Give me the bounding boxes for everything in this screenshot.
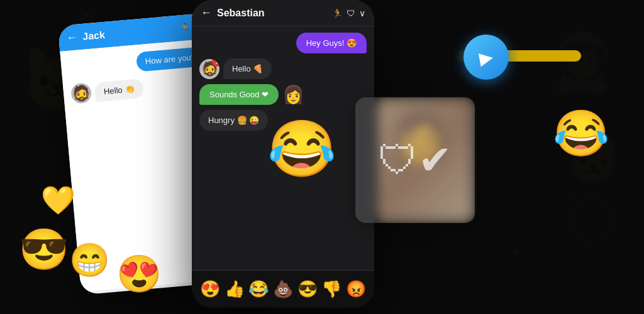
contact-name-front: Sebastian	[217, 8, 327, 19]
shield-header-icon: 🛡	[347, 8, 355, 18]
avatar-woman: 👩	[282, 84, 304, 105]
back-arrow-icon[interactable]: ←	[66, 31, 79, 45]
bubble-hello-front: Hello 🍕	[223, 58, 272, 79]
emoji-react-angry[interactable]: 😡	[346, 279, 366, 299]
emoji-react-thumbsup[interactable]: 👍	[225, 279, 245, 299]
sounds-good-row: Sounds Good ❤ 👩	[199, 84, 367, 105]
svg-line-13	[604, 195, 610, 204]
phone-front-header: ← Sebastian 🏃 🛡 ∨	[192, 0, 374, 26]
send-icon: ▶	[477, 46, 494, 68]
privacy-card-content: 🛡✔	[378, 137, 452, 183]
svg-line-12	[572, 195, 579, 204]
header-icons-front: 🏃 🛡 ∨	[332, 8, 365, 18]
emoji-react-poop[interactable]: 💩	[273, 279, 293, 299]
message-hello-front: 🧔 1 Hello 🍕	[199, 58, 367, 79]
back-arrow-front-icon[interactable]: ←	[201, 6, 212, 19]
emoji-reaction-bar: 😍 👍 😂 💩 😎 👎 😡	[192, 270, 374, 308]
bubble-hello-back: Hello 👏	[94, 78, 145, 102]
emoji-react-cool[interactable]: 😎	[297, 279, 318, 299]
emoji-heart-eyes: 😍	[116, 252, 162, 295]
emoji-sunglasses: 😎	[19, 226, 69, 273]
send-button[interactable]: ▶	[464, 35, 509, 80]
message-hey-guys: Hey Guys! 😍	[296, 33, 367, 53]
emoji-laughing-center: 😂	[267, 116, 336, 181]
emoji-react-thumbsdown[interactable]: 👎	[321, 279, 341, 299]
message-sounds-good: Sounds Good ❤	[199, 84, 279, 105]
svg-text:👨‍🚀: 👨‍🚀	[547, 29, 618, 96]
emoji-react-laugh[interactable]: 😂	[248, 279, 269, 299]
contact-name-back: Jack	[82, 23, 175, 43]
message-hungry: Hungry 🍔 😜	[199, 110, 268, 131]
emoji-laughing-right: 😂	[553, 107, 609, 160]
privacy-card: 🛡✔	[355, 97, 475, 223]
emoji-grinning: 😁	[69, 241, 110, 279]
avatar-back: 🧔	[70, 82, 92, 104]
avatar-front-badge: 🧔 1	[199, 59, 219, 79]
emoji-react-love[interactable]: 😍	[200, 279, 220, 299]
emoji-yellow-heart: 💛	[41, 184, 75, 217]
message-hello-back: 🧔 Hello 👏	[70, 72, 208, 104]
svg-point-11	[569, 198, 613, 242]
chevron-down-icon: ∨	[359, 8, 365, 18]
svg-point-5	[514, 249, 518, 253]
run-icon: 🏃	[332, 8, 343, 18]
shield-checkmark-icon: 🛡✔	[378, 137, 452, 183]
